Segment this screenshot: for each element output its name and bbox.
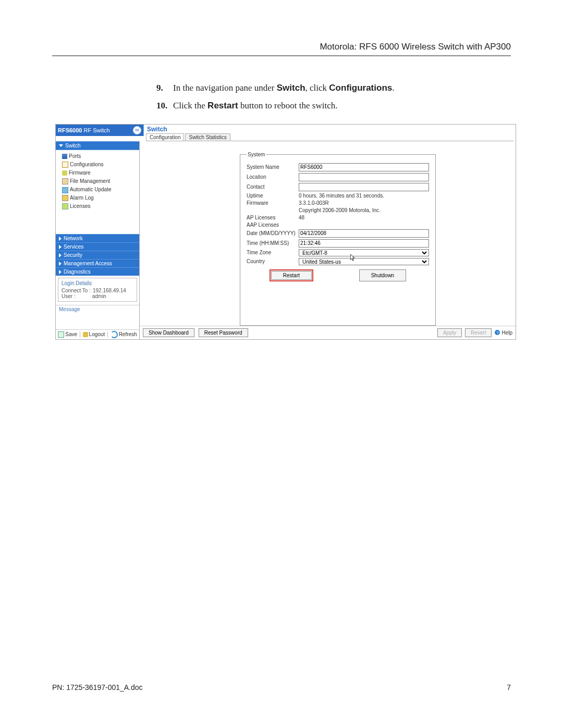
label-location: Location <box>247 174 299 180</box>
tree-item-alarm-log[interactable]: Alarm Log <box>57 194 138 202</box>
select-timezone[interactable]: Etc/GMT-8 <box>299 249 429 256</box>
step-9: 9. In the navigation pane under Switch, … <box>156 80 511 96</box>
label-system-name: System Name <box>247 164 299 170</box>
show-dashboard-button[interactable]: Show Dashboard <box>143 328 194 337</box>
brand-product: RFS6000 <box>58 127 82 133</box>
licenses-icon <box>62 203 68 209</box>
label-aap-licenses: AAP Licenses <box>247 222 299 228</box>
tree-item-configurations[interactable]: Configurations <box>57 161 138 169</box>
automatic-update-icon <box>62 187 68 193</box>
step-9-num: 9. <box>156 80 163 96</box>
sidebar-section-switch-label: Switch <box>65 143 80 149</box>
logout-icon <box>83 332 88 337</box>
tab-bar: Configuration Switch Statistics <box>146 133 513 141</box>
sidebar-section-services[interactable]: Services <box>56 242 139 251</box>
help-button[interactable]: ? Help <box>495 330 512 336</box>
login-connect-label: Connect To : <box>62 288 91 293</box>
step-10-bold-restart: Restart <box>207 101 238 110</box>
label-ap-licenses: AP Licenses <box>247 215 299 220</box>
tree-item-automatic-update-label: Automatic Update <box>70 186 112 194</box>
select-country[interactable]: United States-us <box>299 258 429 265</box>
label-date: Date (MM/DD/YYYY) <box>247 230 299 236</box>
footer-pagenum: 7 <box>507 683 511 692</box>
main-content: System System Name Location Contact Upti… <box>140 141 516 339</box>
login-user-label: User : <box>62 293 76 299</box>
step-10-text-a: Click the <box>173 101 207 110</box>
restart-highlight: Restart <box>270 269 313 281</box>
tree-item-file-management[interactable]: File Management <box>57 177 138 186</box>
refresh-button[interactable]: Refresh <box>111 331 137 338</box>
file-management-icon <box>62 178 68 184</box>
chevron-right-icon <box>59 245 62 249</box>
save-label: Save <box>65 331 77 337</box>
tree-item-automatic-update[interactable]: Automatic Update <box>57 186 138 194</box>
logout-button[interactable]: Logout <box>83 331 105 337</box>
step-10: 10. Click the Restart button to reboot t… <box>156 98 511 114</box>
step-9-text-a: In the navigation pane under <box>173 83 277 93</box>
refresh-icon <box>111 331 118 338</box>
tree-item-firmware[interactable]: Firmware <box>57 169 138 177</box>
chevron-right-icon <box>59 270 62 274</box>
login-connect-value: 192.168.49.14 <box>93 288 126 293</box>
label-time: Time (HH:MM:SS) <box>247 240 299 246</box>
doc-header: Motorola: RFS 6000 Wireless Switch with … <box>52 42 511 56</box>
input-system-name[interactable] <box>299 163 429 171</box>
message-panel: Message <box>56 305 139 329</box>
label-contact: Contact <box>247 184 299 190</box>
sidebar-section-diagnostics[interactable]: Diagnostics <box>56 267 139 276</box>
shutdown-button[interactable]: Shutdown <box>359 269 406 281</box>
system-fieldset: System System Name Location Contact Upti… <box>240 152 436 326</box>
input-time[interactable] <box>299 239 429 248</box>
sidebar-section-network-label: Network <box>64 236 83 241</box>
app-title: Switch <box>146 125 513 133</box>
login-details-title: Login Details <box>60 280 93 286</box>
sidebar-footer: Save Logout Refresh <box>56 329 139 339</box>
label-uptime: Uptime <box>247 193 299 199</box>
chevron-right-icon <box>59 253 62 257</box>
sidebar-section-management-access-label: Management Access <box>64 261 112 266</box>
tree-item-ports[interactable]: Ports <box>57 152 138 161</box>
help-icon: ? <box>495 330 500 335</box>
chevron-right-icon <box>59 262 62 266</box>
step-9-text-c: . <box>392 83 394 93</box>
sidebar-section-network[interactable]: Network <box>56 234 139 242</box>
sidebar-section-security[interactable]: Security <box>56 251 139 259</box>
firmware-icon <box>62 170 67 176</box>
switch-tree: Ports Configurations Firmware File Manag… <box>56 150 139 213</box>
value-uptime: 0 hours, 36 minutes and 31 seconds. <box>299 193 384 199</box>
label-firmware: Firmware <box>247 200 299 206</box>
label-timezone: Time Zone <box>247 250 299 255</box>
sidebar-section-security-label: Security <box>64 252 82 258</box>
login-details-panel: Login Details Connect To :192.168.49.14 … <box>58 278 137 302</box>
app-screenshot: RFS6000 RF Switch M Switch Configuration… <box>55 124 516 340</box>
step-10-text-b: button to reboot the switch. <box>238 101 338 110</box>
label-country: Country <box>247 258 299 264</box>
input-location[interactable] <box>299 173 429 181</box>
input-date[interactable] <box>299 229 429 238</box>
restart-button[interactable]: Restart <box>271 271 312 280</box>
value-ap-licenses: 48 <box>299 215 304 220</box>
revert-button[interactable]: Revert <box>465 328 492 337</box>
save-button[interactable]: Save <box>58 331 77 338</box>
value-copyright: Copyright 2006-2009 Motorola, Inc. <box>299 207 381 213</box>
sidebar-section-management-access[interactable]: Management Access <box>56 259 139 267</box>
sidebar-section-services-label: Services <box>64 244 83 250</box>
tab-configuration[interactable]: Configuration <box>146 133 184 141</box>
apply-button[interactable]: Apply <box>437 328 462 337</box>
input-contact[interactable] <box>299 183 429 191</box>
step-9-bold-switch: Switch <box>277 83 305 93</box>
tree-item-firmware-label: Firmware <box>69 169 91 177</box>
tab-switch-statistics[interactable]: Switch Statistics <box>185 133 230 141</box>
reset-password-button[interactable]: Reset Password <box>199 328 248 337</box>
tree-item-licenses[interactable]: Licenses <box>57 202 138 211</box>
configurations-icon <box>62 162 68 168</box>
chevron-right-icon <box>59 237 62 241</box>
alarm-log-icon <box>62 195 68 201</box>
login-user-value: admin <box>92 293 106 299</box>
sidebar-section-diagnostics-label: Diagnostics <box>64 269 91 275</box>
sidebar-section-switch[interactable]: Switch <box>56 141 139 150</box>
step-9-bold-configs: Configurations <box>329 83 392 93</box>
system-legend: System <box>247 152 266 157</box>
help-label: Help <box>501 330 512 336</box>
tree-item-licenses-label: Licenses <box>70 202 90 211</box>
